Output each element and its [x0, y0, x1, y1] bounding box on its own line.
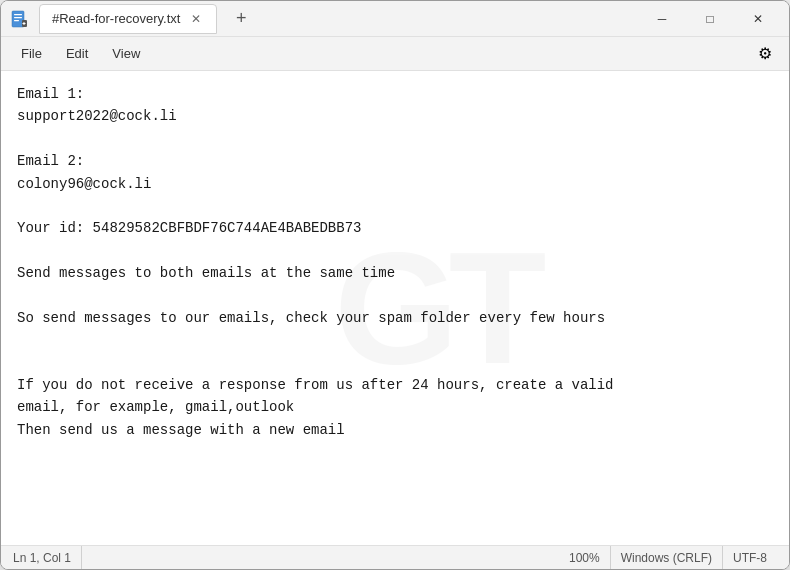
title-bar-left: #Read-for-recovery.txt ✕ +	[9, 4, 639, 34]
svg-rect-3	[14, 20, 19, 21]
app-icon	[9, 9, 29, 29]
svg-rect-1	[14, 14, 22, 15]
view-menu[interactable]: View	[100, 41, 152, 66]
line-ending[interactable]: Windows (CRLF)	[611, 546, 723, 569]
settings-button[interactable]: ⚙	[749, 38, 781, 70]
encoding[interactable]: UTF-8	[723, 546, 777, 569]
main-window: #Read-for-recovery.txt ✕ + ─ □ ✕ File Ed…	[0, 0, 790, 570]
tab-close-button[interactable]: ✕	[188, 11, 204, 27]
settings-icon: ⚙	[758, 44, 772, 63]
status-bar: Ln 1, Col 1 100% Windows (CRLF) UTF-8	[1, 545, 789, 569]
tab-title: #Read-for-recovery.txt	[52, 11, 180, 26]
line-ending-label: Windows (CRLF)	[621, 551, 712, 565]
menu-bar: File Edit View ⚙	[1, 37, 789, 71]
window-controls: ─ □ ✕	[639, 4, 781, 34]
minimize-button[interactable]: ─	[639, 4, 685, 34]
content-area[interactable]: GT Email 1: support2022@cock.li Email 2:…	[1, 71, 789, 545]
maximize-button[interactable]: □	[687, 4, 733, 34]
close-button[interactable]: ✕	[735, 4, 781, 34]
svg-rect-2	[14, 17, 22, 18]
zoom-level[interactable]: 100%	[559, 546, 611, 569]
zoom-label: 100%	[569, 551, 600, 565]
edit-menu[interactable]: Edit	[54, 41, 100, 66]
file-menu[interactable]: File	[9, 41, 54, 66]
title-bar: #Read-for-recovery.txt ✕ + ─ □ ✕	[1, 1, 789, 37]
active-tab[interactable]: #Read-for-recovery.txt ✕	[39, 4, 217, 34]
new-tab-button[interactable]: +	[227, 5, 255, 33]
text-editor[interactable]: Email 1: support2022@cock.li Email 2: co…	[1, 71, 789, 453]
position-label: Ln 1, Col 1	[13, 551, 71, 565]
cursor-position: Ln 1, Col 1	[13, 546, 82, 569]
encoding-label: UTF-8	[733, 551, 767, 565]
